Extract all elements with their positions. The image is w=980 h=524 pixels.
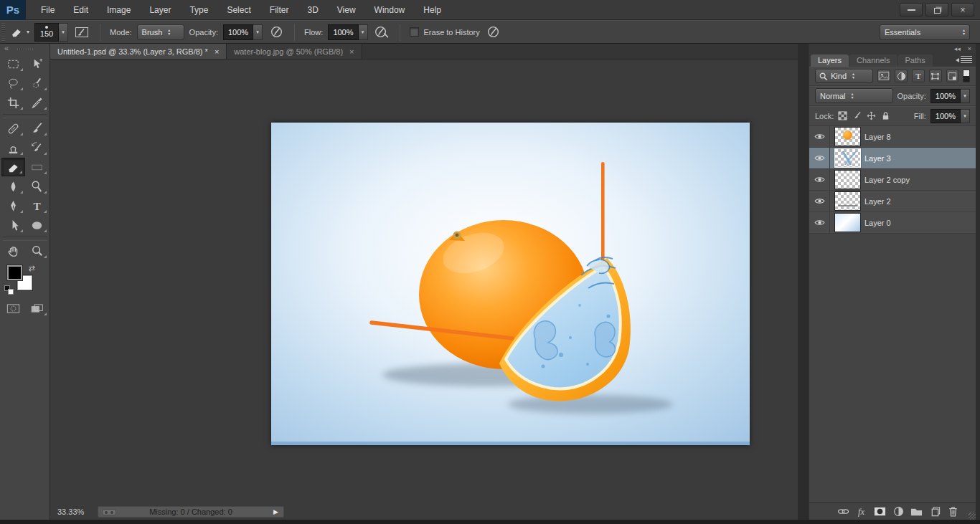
filter-smart-objects-button[interactable]	[946, 70, 959, 82]
layer-opacity-control[interactable]: 100% ▾	[930, 89, 970, 103]
document-tab-untitled[interactable]: Untitled-1.psd @ 33.3% (Layer 3, RGB/8) …	[50, 44, 227, 59]
tool-gradient[interactable]	[25, 158, 49, 176]
panel-resize-grip[interactable]	[969, 513, 976, 520]
layer-name[interactable]: Layer 2 copy	[864, 176, 910, 184]
tab-layers[interactable]: Layers	[811, 54, 849, 67]
canvas[interactable]	[271, 123, 750, 445]
brush-size-caret[interactable]: ▾	[59, 23, 68, 42]
layer-row-layer8[interactable]: Layer 8	[809, 126, 976, 148]
eraser-tool-preset[interactable]: ▾	[9, 26, 29, 39]
layer-thumbnail[interactable]	[834, 148, 861, 168]
brush-size-picker[interactable]: 150 ▾	[34, 23, 68, 42]
tablet-pressure-size-button[interactable]	[485, 24, 502, 41]
filter-kind-dropdown[interactable]: Kind ▴▾	[815, 69, 873, 83]
tab-close-icon[interactable]: ×	[215, 47, 219, 56]
menu-edit[interactable]: Edit	[64, 0, 98, 20]
visibility-toggle[interactable]	[809, 212, 830, 233]
tool-quick-selection[interactable]	[25, 74, 49, 92]
layer-thumbnail[interactable]	[834, 127, 861, 146]
tool-pen[interactable]	[1, 196, 25, 215]
tool-clone-stamp[interactable]	[1, 138, 25, 157]
menu-type[interactable]: Type	[180, 0, 217, 20]
visibility-toggle[interactable]	[809, 169, 830, 190]
tool-blur[interactable]	[1, 177, 25, 196]
filter-adjustment-layers-button[interactable]	[895, 70, 908, 82]
tab-close-icon[interactable]: ×	[349, 47, 354, 56]
minimize-button[interactable]	[900, 3, 923, 16]
tool-ellipse-shape[interactable]	[25, 216, 49, 234]
layer-thumbnail[interactable]	[834, 213, 861, 232]
tool-crop[interactable]	[1, 93, 25, 112]
tab-paths[interactable]: Paths	[898, 54, 933, 67]
options-bar-grip[interactable]	[1, 23, 5, 42]
tool-brush[interactable]	[25, 119, 49, 138]
flow-control[interactable]: 100% ▾	[328, 24, 367, 40]
filter-shape-layers-button[interactable]	[929, 70, 942, 82]
tool-dodge[interactable]	[25, 177, 49, 196]
new-layer-icon[interactable]	[929, 506, 941, 517]
lock-all-icon[interactable]	[881, 111, 890, 120]
foreground-color-swatch[interactable]	[7, 265, 22, 280]
default-colors-icon[interactable]	[4, 285, 14, 295]
tools-grip[interactable]	[17, 48, 33, 50]
opacity-caret[interactable]: ▾	[253, 24, 263, 40]
airbrush-mode-button[interactable]	[373, 24, 390, 41]
add-layer-mask-icon[interactable]	[874, 506, 886, 517]
dock-close-icon[interactable]: ×	[968, 45, 971, 52]
layer-row-layer2copy[interactable]: Layer 2 copy	[809, 169, 976, 191]
filter-toggle-switch[interactable]	[963, 70, 970, 82]
tool-hand[interactable]	[1, 242, 25, 260]
swap-colors-icon[interactable]: ⇄	[29, 264, 35, 273]
tool-rectangular-marquee[interactable]	[1, 54, 25, 73]
lock-pixels-icon[interactable]	[852, 111, 862, 120]
new-adjustment-layer-icon[interactable]	[892, 506, 905, 517]
tab-channels[interactable]: Channels	[849, 54, 897, 67]
menu-filter[interactable]: Filter	[260, 0, 298, 20]
toggle-brush-panel-button[interactable]	[73, 24, 90, 41]
layer-thumbnail[interactable]	[834, 170, 861, 189]
fill-control[interactable]: 100% ▾	[930, 109, 970, 123]
tool-move[interactable]	[25, 54, 49, 73]
fill-caret[interactable]: ▾	[961, 109, 970, 123]
menu-view[interactable]: View	[328, 0, 365, 20]
close-button[interactable]: ×	[951, 3, 974, 16]
tool-eyedropper[interactable]	[25, 93, 49, 112]
layer-opacity-caret[interactable]: ▾	[961, 89, 970, 103]
collapse-panels-icon[interactable]: ◂◂	[954, 45, 961, 52]
layer-row-layer0[interactable]: Layer 0	[809, 212, 976, 234]
document-status[interactable]: Missing: 0 / Changed: 0 ▶	[98, 506, 284, 518]
link-layers-icon[interactable]	[837, 506, 849, 517]
menu-file[interactable]: File	[32, 0, 64, 20]
menu-select[interactable]: Select	[217, 0, 260, 20]
new-group-icon[interactable]	[910, 506, 923, 517]
visibility-toggle[interactable]	[809, 148, 830, 168]
layer-name[interactable]: Layer 3	[864, 154, 891, 163]
workspace-switcher[interactable]: Essentials ▴▾	[880, 24, 970, 40]
restore-button[interactable]	[925, 3, 948, 16]
opacity-control[interactable]: 100% ▾	[223, 24, 263, 40]
layer-row-layer2[interactable]: Layer 2	[809, 191, 976, 212]
filter-pixel-layers-button[interactable]	[877, 70, 890, 82]
erase-to-history-checkbox[interactable]	[410, 27, 419, 37]
panel-menu-icon[interactable]	[961, 56, 972, 63]
tool-type[interactable]	[25, 196, 49, 215]
tool-healing-brush[interactable]	[1, 119, 25, 138]
blend-mode-dropdown[interactable]: Normal ▴▾	[815, 88, 893, 103]
tool-path-selection[interactable]	[1, 216, 25, 234]
menu-window[interactable]: Window	[365, 0, 415, 20]
layer-name[interactable]: Layer 8	[864, 133, 891, 141]
lock-position-icon[interactable]	[867, 111, 876, 120]
tool-history-brush[interactable]	[25, 138, 49, 157]
collapse-tools-icon[interactable]: «	[4, 44, 9, 52]
visibility-toggle[interactable]	[809, 191, 830, 211]
quick-mask-button[interactable]	[1, 299, 25, 318]
tool-zoom[interactable]	[25, 242, 49, 260]
lock-transparency-icon[interactable]	[838, 111, 847, 120]
screen-mode-button[interactable]	[25, 299, 49, 318]
layer-style-fx-icon[interactable]	[855, 506, 867, 517]
flow-caret[interactable]: ▾	[359, 24, 368, 40]
menu-image[interactable]: Image	[98, 0, 140, 20]
layer-thumbnail[interactable]	[834, 191, 861, 211]
menu-layer[interactable]: Layer	[140, 0, 180, 20]
tablet-pressure-opacity-button[interactable]	[268, 24, 285, 41]
